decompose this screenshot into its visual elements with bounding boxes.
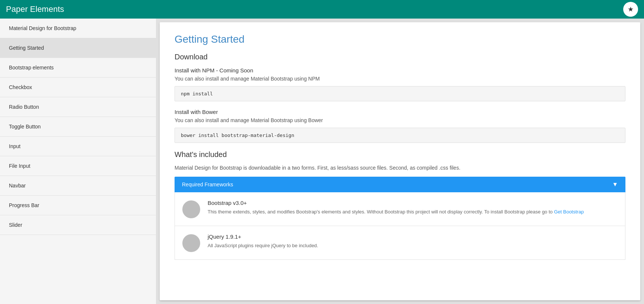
npm-desc: You can also install and manage Material… bbox=[175, 76, 625, 82]
sidebar-item-bootstrap-elements[interactable]: Bootstrap elements bbox=[0, 58, 156, 78]
sidebar-item-navbar[interactable]: Navbar bbox=[0, 176, 156, 196]
accordion: Required Frameworks ▼ Bootstrap v3.0+Thi… bbox=[175, 177, 625, 260]
sidebar-item-input[interactable]: Input bbox=[0, 137, 156, 156]
sidebar-item-radio-button[interactable]: Radio Button bbox=[0, 97, 156, 117]
framework-item-0: Bootstrap v3.0+This theme extends, style… bbox=[175, 192, 625, 226]
framework-desc-1: All JavaScript plugins require jQuery to… bbox=[208, 242, 618, 249]
framework-link-0[interactable]: Get Bootstrap bbox=[554, 209, 584, 215]
framework-avatar-0 bbox=[182, 200, 200, 218]
download-title: Download bbox=[175, 53, 625, 61]
accordion-body: Bootstrap v3.0+This theme extends, style… bbox=[175, 192, 625, 260]
framework-name-1: jQuery 1.9.1+ bbox=[208, 233, 618, 240]
whats-included-desc: Material Design for Bootstrap is downloa… bbox=[175, 165, 625, 171]
content-area: Getting Started Download Install with NP… bbox=[160, 22, 640, 300]
sidebar-item-progress-bar[interactable]: Progress Bar bbox=[0, 196, 156, 215]
accordion-label: Required Frameworks bbox=[182, 182, 233, 187]
sidebar-item-getting-started[interactable]: Getting Started bbox=[0, 38, 156, 58]
main-layout: Material Design for BootstrapGetting Sta… bbox=[0, 19, 644, 304]
framework-avatar-1 bbox=[182, 234, 200, 252]
framework-desc-0: This theme extends, styles, and modifies… bbox=[208, 208, 618, 216]
accordion-chevron-icon: ▼ bbox=[612, 181, 618, 188]
framework-name-0: Bootstrap v3.0+ bbox=[208, 200, 618, 206]
npm-code-block: npm install bbox=[175, 86, 625, 101]
top-bar: Paper Elements ★ bbox=[0, 0, 644, 19]
sidebar-item-file-input[interactable]: File Input bbox=[0, 156, 156, 176]
star-button[interactable]: ★ bbox=[623, 2, 638, 17]
page-title: Getting Started bbox=[175, 33, 625, 45]
sidebar-item-checkbox[interactable]: Checkbox bbox=[0, 78, 156, 97]
sidebar-item-toggle-button[interactable]: Toggle Button bbox=[0, 117, 156, 137]
bower-code-block: bower install bootstrap-material-design bbox=[175, 128, 625, 143]
app-title: Paper Elements bbox=[6, 4, 64, 14]
whats-included-title: What's included bbox=[175, 150, 625, 159]
sidebar-item-material-design[interactable]: Material Design for Bootstrap bbox=[0, 19, 156, 38]
accordion-header[interactable]: Required Frameworks ▼ bbox=[175, 177, 625, 192]
bower-subtitle: Install with Bower bbox=[175, 109, 625, 115]
framework-item-1: jQuery 1.9.1+All JavaScript plugins requ… bbox=[175, 226, 625, 259]
framework-info-0: Bootstrap v3.0+This theme extends, style… bbox=[208, 200, 618, 216]
sidebar-item-slider[interactable]: Slider bbox=[0, 215, 156, 235]
npm-subtitle: Install with NPM - Coming Soon bbox=[175, 67, 625, 73]
sidebar: Material Design for BootstrapGetting Sta… bbox=[0, 19, 156, 304]
bower-desc: You can also install and manage Material… bbox=[175, 117, 625, 123]
framework-info-1: jQuery 1.9.1+All JavaScript plugins requ… bbox=[208, 233, 618, 249]
